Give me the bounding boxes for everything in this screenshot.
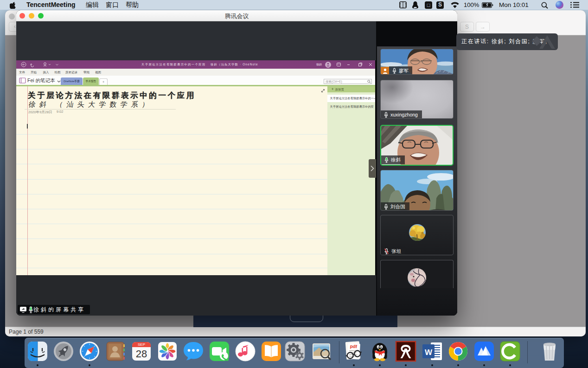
svg-text:28: 28 — [136, 348, 147, 360]
svg-text:W: W — [425, 348, 433, 357]
svg-text:SEP: SEP — [138, 342, 145, 347]
svg-text:pdf: pdf — [350, 344, 358, 349]
